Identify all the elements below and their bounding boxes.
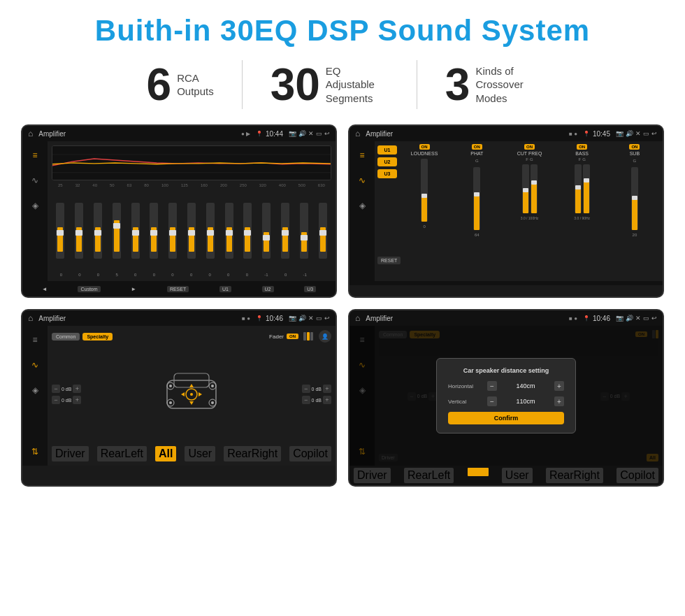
eq-slider-12[interactable] (262, 203, 271, 259)
eq-slider-5[interactable] (131, 203, 140, 259)
copilot-button[interactable]: Copilot (289, 446, 331, 461)
common-button[interactable]: Common (52, 333, 80, 341)
eq-u2-button[interactable]: U2 (262, 286, 274, 292)
speaker-icon[interactable]: ◈ (27, 197, 43, 214)
eq-u3-button[interactable]: U3 (304, 286, 316, 292)
bass-on-badge: ON (577, 144, 587, 150)
rearright-button[interactable]: RearRight (224, 446, 281, 461)
home-icon-4[interactable]: ⌂ (355, 313, 360, 323)
preset-u2-button[interactable]: U2 (377, 157, 397, 166)
driver-button-4[interactable]: Driver (354, 468, 391, 483)
eq-next-button[interactable]: ► (131, 286, 136, 292)
eq-slider-15[interactable] (319, 203, 327, 259)
eq-sliders[interactable] (52, 190, 331, 271)
eq-u1-button[interactable]: U1 (219, 286, 231, 292)
eq-icon-2[interactable]: ≡ (354, 147, 370, 164)
wave-icon-2[interactable]: ∿ (354, 172, 370, 189)
eq-freq-labels: 2532405063 80100125160200 25032040050063… (52, 183, 331, 187)
cutfreq-label: CUT FREQ (517, 151, 542, 156)
all-button[interactable]: All (155, 446, 176, 461)
eq-slider-14[interactable] (300, 203, 308, 259)
horizontal-minus-button[interactable]: − (487, 381, 497, 391)
eq-prev-button[interactable]: ◄ (42, 286, 48, 292)
eq-slider-2[interactable] (75, 203, 83, 259)
wave-icon-3[interactable]: ∿ (27, 357, 43, 373)
svg-marker-17 (189, 401, 194, 405)
driver-button[interactable]: Driver (52, 446, 89, 461)
home-icon[interactable]: ⌂ (28, 129, 33, 138)
fader-icon[interactable]: ⇅ (27, 443, 43, 460)
person-icon: 👤 (322, 334, 329, 340)
vertical-plus-button[interactable]: + (554, 396, 564, 406)
eq-slider-10[interactable] (225, 203, 233, 259)
fader-bottom-row: Driver RearLeft All User RearRight Copil… (52, 446, 331, 461)
eq-slider-8[interactable] (187, 203, 196, 259)
stats-row: 6 RCAOutputs 30 EQ AdjustableSegments 3 … (21, 60, 664, 109)
crossover-reset-button[interactable]: RESET (377, 257, 401, 264)
right-top-minus[interactable]: − (302, 385, 310, 393)
svg-point-13 (211, 401, 214, 404)
back-icon-2: ↩ (651, 130, 657, 137)
phat-slider[interactable] (473, 167, 480, 230)
right-bottom-minus[interactable]: − (302, 396, 310, 404)
stat-rca: 6 RCAOutputs (119, 62, 242, 107)
eq-slider-7[interactable] (168, 203, 177, 259)
page-title: Buith-in 30EQ DSP Sound System (21, 14, 664, 48)
rearright-button-4[interactable]: RearRight (546, 468, 603, 483)
right-top-plus[interactable]: + (323, 385, 331, 393)
bass-slider-f[interactable] (575, 164, 582, 213)
eq-custom-button[interactable]: Custom (78, 286, 100, 292)
svg-point-9 (211, 385, 214, 387)
eq-reset-button[interactable]: RESET (167, 286, 189, 292)
horizontal-row: Horizontal − 140cm + (448, 381, 564, 391)
rearleft-button[interactable]: RearLeft (97, 446, 147, 461)
copilot-button-4[interactable]: Copilot (616, 468, 658, 483)
user-button[interactable]: User (185, 446, 215, 461)
eq-slider-13[interactable] (281, 203, 289, 259)
confirm-button[interactable]: Confirm (448, 412, 564, 424)
home-icon-3[interactable]: ⌂ (28, 313, 33, 323)
back-icon: ↩ (324, 130, 330, 137)
eq-slider-9[interactable] (206, 203, 215, 259)
wave-icon[interactable]: ∿ (27, 172, 43, 189)
bass-label: BASS (575, 151, 589, 156)
eq-side-icons: ≡ ∿ ◈ (22, 141, 48, 281)
preset-u3-button[interactable]: U3 (377, 169, 397, 178)
right-bottom-plus[interactable]: + (323, 396, 331, 404)
svg-marker-19 (199, 392, 202, 396)
crossover-time: 10:45 (593, 130, 610, 138)
eq-slider-11[interactable] (243, 203, 252, 259)
left-bottom-plus[interactable]: + (73, 396, 81, 404)
vertical-minus-button[interactable]: − (487, 396, 497, 406)
eq-slider-3[interactable] (94, 203, 102, 259)
loudness-slider[interactable] (421, 159, 428, 222)
sub-slider[interactable] (631, 167, 638, 230)
loudness-channel: ON LOUDNESS 0 (399, 144, 449, 278)
speaker-icon-2[interactable]: ◈ (354, 197, 370, 214)
cutfreq-slider-g[interactable] (531, 164, 538, 213)
back-icon-4: ↩ (651, 315, 657, 322)
left-top-minus[interactable]: − (52, 385, 60, 393)
eq-slider-4[interactable] (113, 203, 121, 259)
horizontal-plus-button[interactable]: + (554, 381, 564, 391)
eq-slider-1[interactable] (56, 203, 64, 259)
eq-icon-3[interactable]: ≡ (27, 331, 43, 348)
preset-u1-button[interactable]: U1 (377, 145, 397, 155)
rearleft-button-4[interactable]: RearLeft (404, 468, 454, 483)
phat-channel: ON PHAT G 64 (452, 144, 502, 278)
bass-slider-g[interactable] (583, 164, 590, 213)
home-icon-2[interactable]: ⌂ (355, 129, 360, 138)
eq-icon[interactable]: ≡ (27, 147, 43, 164)
svg-marker-16 (189, 384, 194, 387)
left-top-plus[interactable]: + (73, 385, 81, 393)
eq-slider-6[interactable] (150, 203, 158, 259)
left-bottom-minus[interactable]: − (52, 396, 60, 404)
screenshots-grid: ⌂ Amplifier ● ▶ 📍 10:44 📷 🔊 ✕ ▭ ↩ ≡ ∿ ◈ (21, 124, 664, 487)
cutfreq-slider-f[interactable] (522, 164, 529, 213)
specialty-button[interactable]: Specialty (82, 333, 113, 341)
volume-icon-3: 🔊 (298, 315, 306, 322)
stat-eq: 30 EQ AdjustableSegments (243, 62, 417, 107)
fader-label: Fader (269, 334, 284, 340)
user-button-4[interactable]: User (502, 468, 533, 483)
speaker-icon-3[interactable]: ◈ (27, 382, 43, 399)
